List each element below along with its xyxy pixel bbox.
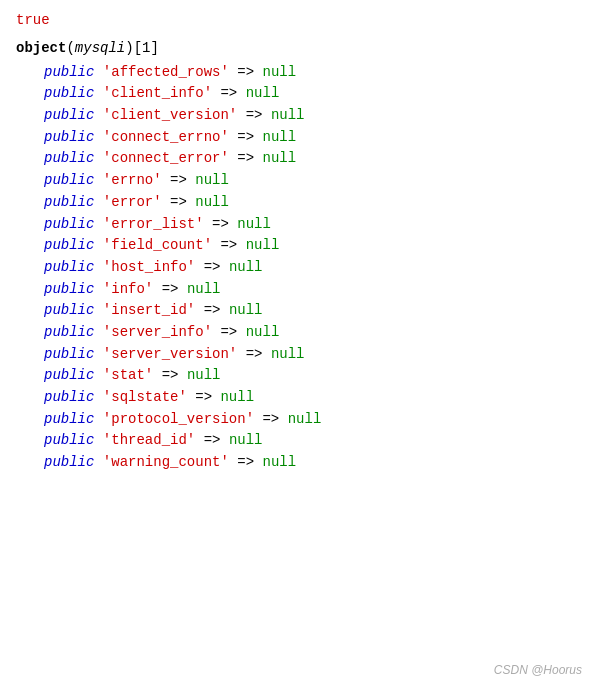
arrow: => xyxy=(262,411,279,427)
arrow: => xyxy=(246,107,263,123)
property-name: 'protocol_version' xyxy=(103,411,254,427)
property-name: 'stat' xyxy=(103,367,153,383)
access-modifier: public xyxy=(44,281,94,297)
arrow: => xyxy=(162,281,179,297)
table-row: public 'warning_count' => null xyxy=(16,452,582,474)
arrow: => xyxy=(204,432,221,448)
object-header: object(mysqli)[1] xyxy=(16,38,582,60)
arrow: => xyxy=(212,216,229,232)
arrow: => xyxy=(204,259,221,275)
arrow: => xyxy=(237,129,254,145)
table-row: public 'connect_error' => null xyxy=(16,148,582,170)
table-row: public 'connect_errno' => null xyxy=(16,127,582,149)
table-row: public 'server_info' => null xyxy=(16,322,582,344)
property-name: 'connect_error' xyxy=(103,150,229,166)
arrow: => xyxy=(170,172,187,188)
table-row: public 'stat' => null xyxy=(16,365,582,387)
access-modifier: public xyxy=(44,367,94,383)
table-row: public 'insert_id' => null xyxy=(16,300,582,322)
null-value: null xyxy=(246,85,280,101)
arrow: => xyxy=(237,150,254,166)
table-row: public 'error' => null xyxy=(16,192,582,214)
null-value: null xyxy=(220,389,254,405)
property-name: 'warning_count' xyxy=(103,454,229,470)
property-name: 'field_count' xyxy=(103,237,212,253)
access-modifier: public xyxy=(44,259,94,275)
arrow: => xyxy=(162,367,179,383)
true-value: true xyxy=(16,12,582,28)
arrow: => xyxy=(237,64,254,80)
property-name: 'host_info' xyxy=(103,259,195,275)
null-value: null xyxy=(229,302,263,318)
access-modifier: public xyxy=(44,302,94,318)
access-modifier: public xyxy=(44,64,94,80)
access-modifier: public xyxy=(44,237,94,253)
property-name: 'info' xyxy=(103,281,153,297)
access-modifier: public xyxy=(44,107,94,123)
arrow: => xyxy=(170,194,187,210)
code-block: object(mysqli)[1] public 'affected_rows'… xyxy=(16,38,582,474)
watermark: CSDN @Hoorus xyxy=(494,663,582,677)
property-rows: public 'affected_rows' => nullpublic 'cl… xyxy=(16,62,582,474)
open-paren: ( xyxy=(66,40,74,56)
close-paren: ) xyxy=(125,40,133,56)
null-value: null xyxy=(237,216,271,232)
property-name: 'affected_rows' xyxy=(103,64,229,80)
null-value: null xyxy=(229,432,263,448)
access-modifier: public xyxy=(44,454,94,470)
open-bracket: [ xyxy=(134,40,142,56)
null-value: null xyxy=(262,129,296,145)
null-value: null xyxy=(271,107,305,123)
property-name: 'server_info' xyxy=(103,324,212,340)
table-row: public 'field_count' => null xyxy=(16,235,582,257)
null-value: null xyxy=(262,64,296,80)
null-value: null xyxy=(246,324,280,340)
null-value: null xyxy=(288,411,322,427)
property-name: 'client_version' xyxy=(103,107,237,123)
table-row: public 'client_info' => null xyxy=(16,83,582,105)
access-modifier: public xyxy=(44,432,94,448)
property-name: 'client_info' xyxy=(103,85,212,101)
arrow: => xyxy=(204,302,221,318)
property-name: 'thread_id' xyxy=(103,432,195,448)
access-modifier: public xyxy=(44,411,94,427)
null-value: null xyxy=(187,281,221,297)
property-name: 'insert_id' xyxy=(103,302,195,318)
table-row: public 'errno' => null xyxy=(16,170,582,192)
null-value: null xyxy=(262,150,296,166)
object-keyword: object xyxy=(16,40,66,56)
table-row: public 'client_version' => null xyxy=(16,105,582,127)
arrow: => xyxy=(237,454,254,470)
access-modifier: public xyxy=(44,389,94,405)
property-name: 'connect_errno' xyxy=(103,129,229,145)
null-value: null xyxy=(195,194,229,210)
property-name: 'errno' xyxy=(103,172,162,188)
property-name: 'error_list' xyxy=(103,216,204,232)
null-value: null xyxy=(246,237,280,253)
table-row: public 'error_list' => null xyxy=(16,214,582,236)
access-modifier: public xyxy=(44,85,94,101)
arrow: => xyxy=(220,237,237,253)
table-row: public 'server_version' => null xyxy=(16,344,582,366)
property-name: 'error' xyxy=(103,194,162,210)
table-row: public 'protocol_version' => null xyxy=(16,409,582,431)
close-bracket: ] xyxy=(150,40,158,56)
access-modifier: public xyxy=(44,346,94,362)
table-row: public 'affected_rows' => null xyxy=(16,62,582,84)
access-modifier: public xyxy=(44,129,94,145)
null-value: null xyxy=(187,367,221,383)
table-row: public 'info' => null xyxy=(16,279,582,301)
null-value: null xyxy=(229,259,263,275)
arrow: => xyxy=(195,389,212,405)
access-modifier: public xyxy=(44,150,94,166)
access-modifier: public xyxy=(44,216,94,232)
access-modifier: public xyxy=(44,172,94,188)
object-type: mysqli xyxy=(75,40,125,56)
access-modifier: public xyxy=(44,194,94,210)
table-row: public 'host_info' => null xyxy=(16,257,582,279)
null-value: null xyxy=(195,172,229,188)
property-name: 'sqlstate' xyxy=(103,389,187,405)
arrow: => xyxy=(246,346,263,362)
table-row: public 'thread_id' => null xyxy=(16,430,582,452)
null-value: null xyxy=(271,346,305,362)
